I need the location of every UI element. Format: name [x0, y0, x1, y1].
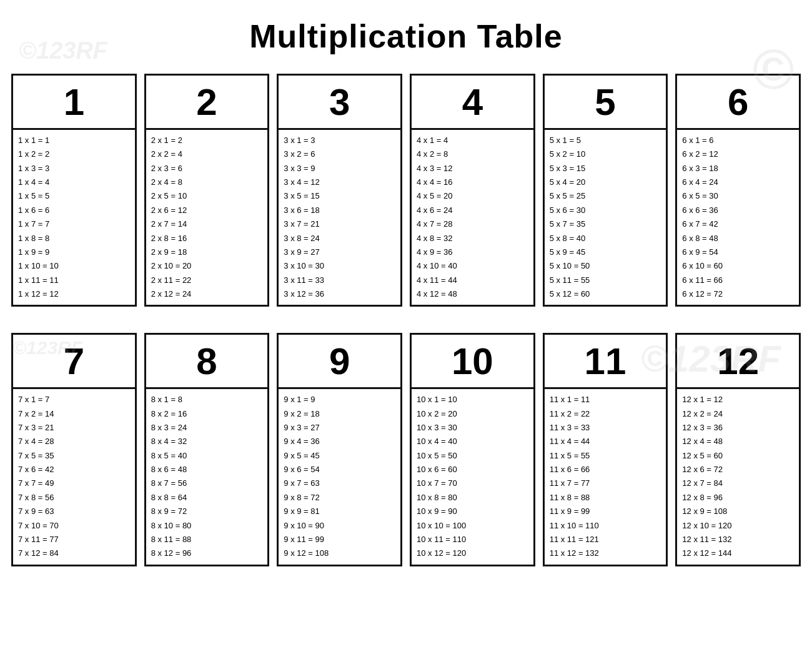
table-row: 8 x 9 = 72 [151, 505, 263, 518]
table-row: 1 x 1 = 1 [18, 134, 130, 147]
table-body-2: 2 x 1 = 22 x 2 = 42 x 3 = 62 x 4 = 82 x … [146, 130, 268, 305]
table-card-4: 44 x 1 = 44 x 2 = 84 x 3 = 124 x 4 = 164… [410, 74, 535, 307]
table-row: 7 x 9 = 63 [18, 505, 130, 518]
table-body-6: 6 x 1 = 66 x 2 = 126 x 3 = 186 x 4 = 246… [677, 130, 799, 305]
table-row: 12 x 7 = 84 [682, 477, 794, 490]
table-row: 11 x 9 = 99 [550, 505, 661, 518]
table-header-7: 7 [13, 335, 135, 389]
table-row: 12 x 8 = 96 [682, 491, 794, 505]
table-row: 9 x 11 = 99 [284, 533, 395, 546]
table-row: 8 x 10 = 80 [151, 519, 263, 533]
table-header-6: 6 [677, 76, 799, 130]
table-row: 9 x 12 = 108 [284, 546, 395, 560]
table-row: 12 x 2 = 24 [682, 407, 794, 421]
page-title: Multiplication Table [0, 0, 812, 67]
table-row: 1 x 2 = 2 [18, 147, 130, 161]
table-card-9: 99 x 1 = 99 x 2 = 189 x 3 = 279 x 4 = 36… [277, 333, 402, 566]
table-row: 1 x 3 = 3 [18, 162, 130, 175]
tables-grid: 11 x 1 = 11 x 2 = 21 x 3 = 31 x 4 = 41 x… [0, 67, 812, 573]
table-row: 3 x 2 = 6 [284, 147, 395, 161]
table-row: 2 x 9 = 18 [151, 245, 263, 259]
table-body-11: 11 x 1 = 1111 x 2 = 2211 x 3 = 3311 x 4 … [545, 389, 666, 564]
table-row: 9 x 9 = 81 [284, 505, 395, 518]
table-row: 3 x 4 = 12 [284, 175, 395, 189]
table-row: 3 x 9 = 27 [284, 245, 395, 259]
table-card-7: 77 x 1 = 77 x 2 = 147 x 3 = 217 x 4 = 28… [11, 333, 137, 566]
table-row: 12 x 11 = 132 [682, 533, 794, 546]
table-card-8: 88 x 1 = 88 x 2 = 168 x 3 = 248 x 4 = 32… [144, 333, 270, 566]
table-row: 6 x 11 = 66 [682, 274, 794, 287]
table-row: 8 x 5 = 40 [151, 449, 263, 463]
table-row: 3 x 3 = 9 [284, 162, 395, 175]
table-row: 3 x 12 = 36 [284, 287, 395, 301]
table-row: 12 x 6 = 72 [682, 463, 794, 477]
table-row: 7 x 11 = 77 [18, 533, 130, 546]
table-row: 12 x 3 = 36 [682, 421, 794, 435]
table-row: 11 x 2 = 22 [550, 407, 661, 421]
table-row: 10 x 2 = 20 [417, 407, 528, 421]
table-row: 1 x 7 = 7 [18, 217, 130, 231]
table-row: 3 x 11 = 33 [284, 274, 395, 287]
table-row: 5 x 9 = 45 [550, 245, 661, 259]
table-row: 7 x 6 = 42 [18, 463, 130, 477]
table-row: 8 x 1 = 8 [151, 393, 263, 407]
table-row: 12 x 1 = 12 [682, 393, 794, 407]
table-row: 4 x 8 = 32 [417, 232, 528, 245]
table-header-9: 9 [279, 335, 400, 389]
table-row: 4 x 9 = 36 [417, 245, 528, 259]
table-row: 7 x 3 = 21 [18, 421, 130, 435]
table-header-11: 11 [545, 335, 666, 389]
table-header-3: 3 [279, 76, 400, 130]
table-row: 12 x 10 = 120 [682, 519, 794, 533]
table-row: 1 x 6 = 6 [18, 204, 130, 217]
table-card-12: 1212 x 1 = 1212 x 2 = 2412 x 3 = 3612 x … [675, 333, 801, 566]
table-row: 4 x 1 = 4 [417, 134, 528, 147]
table-row: 5 x 4 = 20 [550, 175, 661, 189]
table-header-4: 4 [412, 76, 533, 130]
table-body-4: 4 x 1 = 44 x 2 = 84 x 3 = 124 x 4 = 164 … [412, 130, 533, 305]
table-row: 9 x 2 = 18 [284, 407, 395, 421]
table-row: 10 x 6 = 60 [417, 463, 528, 477]
table-row: 2 x 12 = 24 [151, 287, 263, 301]
table-row: 5 x 2 = 10 [550, 147, 661, 161]
table-body-3: 3 x 1 = 33 x 2 = 63 x 3 = 93 x 4 = 123 x… [279, 130, 400, 305]
table-row: 8 x 3 = 24 [151, 421, 263, 435]
table-row: 7 x 8 = 56 [18, 491, 130, 505]
table-row: 11 x 8 = 88 [550, 491, 661, 505]
table-row: 6 x 12 = 72 [682, 287, 794, 301]
table-row: 7 x 2 = 14 [18, 407, 130, 421]
table-row: 10 x 10 = 100 [417, 519, 528, 533]
table-row: 8 x 4 = 32 [151, 435, 263, 448]
table-row: 6 x 8 = 48 [682, 232, 794, 245]
table-row: 5 x 12 = 60 [550, 287, 661, 301]
table-row: 8 x 11 = 88 [151, 533, 263, 546]
table-row: 1 x 11 = 11 [18, 274, 130, 287]
table-header-12: 12 [677, 335, 799, 389]
table-header-1: 1 [13, 76, 135, 130]
table-row: 4 x 2 = 8 [417, 147, 528, 161]
table-card-2: 22 x 1 = 22 x 2 = 42 x 3 = 62 x 4 = 82 x… [144, 74, 270, 307]
table-row: 10 x 7 = 70 [417, 477, 528, 490]
table-row: 1 x 8 = 8 [18, 232, 130, 245]
table-row: 2 x 2 = 4 [151, 147, 263, 161]
table-row: 4 x 5 = 20 [417, 189, 528, 203]
table-row: 6 x 10 = 60 [682, 259, 794, 273]
table-row: 11 x 3 = 33 [550, 421, 661, 435]
table-row: 2 x 6 = 12 [151, 204, 263, 217]
table-row: 8 x 2 = 16 [151, 407, 263, 421]
table-row: 4 x 7 = 28 [417, 217, 528, 231]
table-row: 1 x 4 = 4 [18, 175, 130, 189]
table-row: 6 x 9 = 54 [682, 245, 794, 259]
table-row: 1 x 12 = 12 [18, 287, 130, 301]
table-row: 12 x 9 = 108 [682, 505, 794, 518]
table-row: 9 x 10 = 90 [284, 519, 395, 533]
table-header-5: 5 [545, 76, 666, 130]
table-row: 5 x 5 = 25 [550, 189, 661, 203]
table-card-1: 11 x 1 = 11 x 2 = 21 x 3 = 31 x 4 = 41 x… [11, 74, 137, 307]
table-row: 11 x 12 = 132 [550, 546, 661, 560]
table-row: 6 x 2 = 12 [682, 147, 794, 161]
table-row: 11 x 6 = 66 [550, 463, 661, 477]
table-row: 4 x 10 = 40 [417, 259, 528, 273]
table-row: 12 x 5 = 60 [682, 449, 794, 463]
table-header-2: 2 [146, 76, 268, 130]
